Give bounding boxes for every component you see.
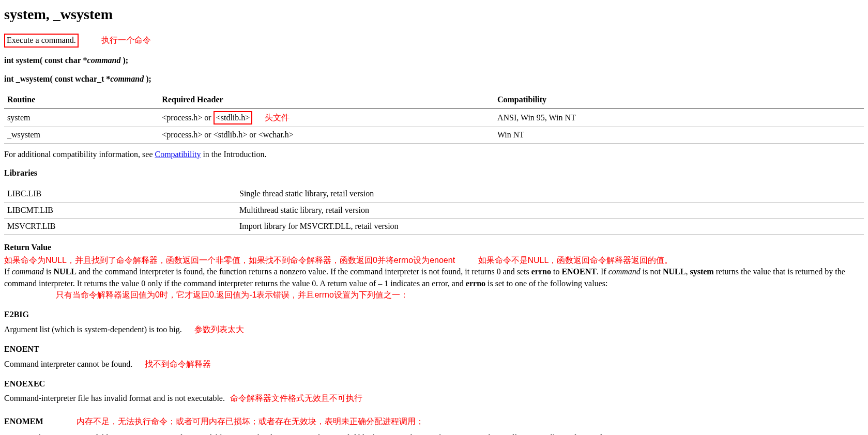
cell-lib-desc: Import library for MSVCRT.DLL, retail ve… — [236, 219, 864, 235]
cell-lib: MSVCRT.LIB — [4, 219, 236, 235]
rv-b-system: system — [690, 267, 713, 276]
cell-lib-desc: Single thread static library, retail ver… — [236, 186, 864, 202]
rv-t: is set to one of the following values: — [485, 279, 607, 288]
rv-annot-1a: 如果命令为NULL，并且找到了命令解释器，函数返回一个非零值，如果找不到命令解释… — [4, 256, 455, 265]
sig2-param: command — [110, 74, 144, 83]
error-enomem-desc: Not enough memory is available to execut… — [4, 432, 864, 435]
error-e2big-annot: 参数列表太大 — [194, 325, 244, 334]
rv-annotation-line1: 如果命令为NULL，并且找到了命令解释器，函数返回一个非零值，如果找不到命令解释… — [4, 255, 864, 266]
error-enoexec-name: ENOEXEC — [4, 378, 864, 390]
sig1-pre: int system( const char * — [4, 56, 87, 65]
table-row: _wsystem <process.h> or <stdlib.h> or <w… — [4, 127, 864, 143]
rv-b-enoent: ENOENT — [561, 267, 597, 276]
rv-annot-1b: 如果命令不是NULL，函数返回命令解释器返回的值。 — [478, 256, 673, 265]
compat-post: in the Introduction. — [201, 150, 266, 159]
compatibility-link[interactable]: Compatibility — [155, 150, 201, 159]
error-e2big-name: E2BIG — [4, 309, 864, 320]
sig2-post: ); — [144, 74, 151, 83]
return-value-heading: Return Value — [4, 242, 864, 253]
rv-t: to — [551, 267, 561, 276]
rv-b-errno2: errno — [466, 279, 485, 288]
sig1-post: ); — [120, 56, 128, 65]
error-e2big-line: Argument list (which is system-dependent… — [4, 324, 864, 335]
cell-routine: _wsystem — [4, 127, 159, 143]
rv-b-null2: NULL — [663, 267, 686, 276]
th-compatibility: Compatibility — [494, 92, 864, 108]
sig1-param: command — [87, 56, 121, 65]
sig2-pre: int _wsystem( const wchar_t * — [4, 74, 110, 83]
table-row: LIBC.LIB Single thread static library, r… — [4, 186, 864, 202]
hdr-pre: <process.h> or — [162, 113, 213, 122]
cell-required-header: <process.h> or <stdlib.h> 头文件 — [159, 108, 494, 127]
cell-compat: Win NT — [494, 127, 864, 143]
page-title: system, _wsystem — [4, 4, 864, 24]
intro-annotation: 执行一个命令 — [101, 36, 151, 44]
libraries-table: LIBC.LIB Single thread static library, r… — [4, 186, 864, 235]
table-row: system <process.h> or <stdlib.h> 头文件 ANS… — [4, 108, 864, 127]
return-value-paragraph: If command is NULL and the command inter… — [4, 266, 864, 289]
error-enoent-name: ENOENT — [4, 344, 864, 355]
rv-t: is not — [641, 267, 663, 276]
error-e2big-desc: Argument list (which is system-dependent… — [4, 325, 182, 334]
libraries-heading: Libraries — [4, 167, 864, 179]
compat-pre: For additional compatibility information… — [4, 150, 155, 159]
table-row: LIBCMT.LIB Multithread static library, r… — [4, 202, 864, 218]
cell-compat: ANSI, Win 95, Win NT — [494, 108, 864, 127]
rv-t: and the command interpreter is found, th… — [77, 267, 531, 276]
cell-required-header: <process.h> or <stdlib.h> or <wchar.h> — [159, 127, 494, 143]
return-value-block: Return Value 如果命令为NULL，并且找到了命令解释器，函数返回一个… — [4, 242, 864, 301]
rv-i-command1: command — [12, 267, 44, 276]
required-header-table: Routine Required Header Compatibility sy… — [4, 92, 864, 143]
intro-line: Execute a command. 执行一个命令 — [4, 34, 864, 47]
error-enomem-name: ENOMEM — [4, 416, 43, 427]
error-enoexec-line: Command-interpreter file has invalid for… — [4, 393, 864, 404]
error-enoent-desc: Command interpreter cannot be found. — [4, 360, 132, 368]
rv-t: . If — [597, 267, 608, 276]
cell-routine: system — [4, 108, 159, 127]
signature-wsystem: int _wsystem( const wchar_t *command ); — [4, 73, 864, 85]
error-enoent-line: Command interpreter cannot be found. 找不到… — [4, 359, 864, 370]
hdr-annotation: 头文件 — [265, 113, 290, 122]
error-enomem-annot: 内存不足，无法执行命令；或者可用内存已损坏；或者存在无效块，表明未正确分配进程调… — [77, 417, 424, 426]
error-enoexec-desc: Command-interpreter file has invalid for… — [4, 394, 225, 402]
rv-annotation-line2: 只有当命令解释器返回值为0时，它才返回0.返回值为-1表示错误，并且errno设… — [56, 289, 864, 301]
signature-system: int system( const char *command ); — [4, 55, 864, 66]
rv-i-command2: command — [608, 267, 641, 276]
rv-t: If — [4, 267, 12, 276]
rv-t: is — [44, 267, 54, 276]
cell-lib-desc: Multithread static library, retail versi… — [236, 202, 864, 218]
cell-lib: LIBC.LIB — [4, 186, 236, 202]
compat-info-line: For additional compatibility information… — [4, 149, 864, 160]
rv-b-errno1: errno — [531, 267, 551, 276]
hdr-boxed: <stdlib.h> — [214, 111, 253, 125]
cell-lib: LIBCMT.LIB — [4, 202, 236, 218]
table-header-row: Routine Required Header Compatibility — [4, 92, 864, 108]
th-routine: Routine — [4, 92, 159, 108]
error-enoexec-annot: 命令解释器文件格式无效且不可执行 — [230, 394, 362, 402]
rv-b-null1: NULL — [54, 267, 77, 276]
table-row: MSVCRT.LIB Import library for MSVCRT.DLL… — [4, 219, 864, 235]
error-enoent-annot: 找不到命令解释器 — [145, 360, 211, 368]
th-required-header: Required Header — [159, 92, 494, 108]
intro-boxed: Execute a command. — [4, 34, 79, 47]
